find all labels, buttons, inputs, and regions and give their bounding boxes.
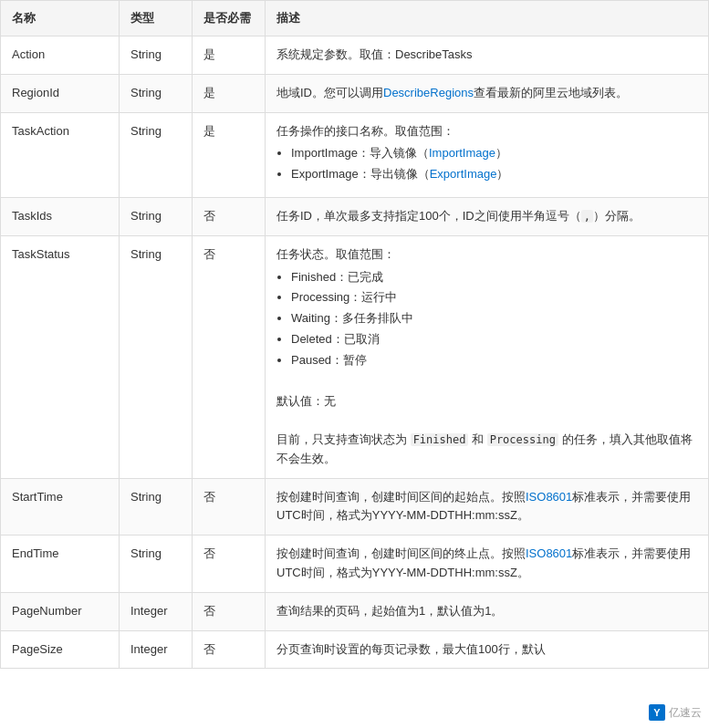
param-type: String [120,112,193,197]
param-name: Action [1,36,120,75]
table-row: RegionId String 是 地域ID。您可以调用DescribeRegi… [1,74,709,112]
param-required: 否 [193,592,266,630]
param-required: 是 [193,112,266,197]
param-desc: 系统规定参数。取值：DescribeTasks [266,36,709,75]
iso8601-endtime-link[interactable]: ISO8601 [526,546,572,560]
param-type: Integer [120,592,193,630]
param-required: 否 [193,536,266,593]
param-name: TaskStatus [1,235,120,478]
param-required: 否 [193,197,266,235]
param-desc: 按创建时间查询，创建时间区间的终止点。按照ISO8601标准表示，并需要使用UT… [266,536,709,593]
param-required: 否 [193,235,266,478]
param-name: PageNumber [1,592,120,630]
param-name: RegionId [1,74,120,112]
param-type: String [120,235,193,478]
param-desc: 分页查询时设置的每页记录数，最大值100行，默认 [266,630,709,669]
param-type: String [120,536,193,593]
header-type: 类型 [120,1,193,36]
param-desc: 任务操作的接口名称。取值范围： ImportImage：导入镜像（ImportI… [266,112,709,197]
table-row: EndTime String 否 按创建时间查询，创建时间区间的终止点。按照IS… [1,536,709,593]
param-name: PageSize [1,630,120,669]
header-required: 是否必需 [193,1,266,36]
header-desc: 描述 [266,1,709,36]
export-image-link[interactable]: ExportImage [430,167,497,181]
table-row: PageSize Integer 否 分页查询时设置的每页记录数，最大值100行… [1,630,709,669]
params-table: 名称 类型 是否必需 描述 Action String 是 系统规定参数。取值：… [0,0,709,669]
param-desc: 按创建时间查询，创建时间区间的起始点。按照ISO8601标准表示，并需要使用UT… [266,478,709,536]
import-image-link[interactable]: ImportImage [429,146,495,160]
param-name: TaskAction [1,112,120,197]
param-required: 是 [193,74,266,112]
param-type: String [120,74,193,112]
param-required: 是 [193,36,266,75]
param-required: 否 [193,478,266,536]
param-desc: 任务状态。取值范围： Finished：已完成 Processing：运行中 W… [266,235,709,478]
table-row: PageNumber Integer 否 查询结果的页码，起始值为1，默认值为1… [1,592,709,630]
param-type: String [120,197,193,235]
table-row: Action String 是 系统规定参数。取值：DescribeTasks [1,36,709,75]
param-name: StartTime [1,478,120,536]
param-required: 否 [193,630,266,669]
table-row: TaskAction String 是 任务操作的接口名称。取值范围： Impo… [1,112,709,197]
describe-regions-link[interactable]: DescribeRegions [383,86,474,99]
header-name: 名称 [1,1,120,36]
param-name: EndTime [1,536,120,593]
param-desc: 地域ID。您可以调用DescribeRegions查看最新的阿里云地域列表。 [266,74,709,112]
table-row: StartTime String 否 按创建时间查询，创建时间区间的起始点。按照… [1,478,709,536]
iso8601-starttime-link[interactable]: ISO8601 [526,490,572,504]
table-row: TaskStatus String 否 任务状态。取值范围： Finished：… [1,235,709,478]
param-type: String [120,478,193,536]
param-desc: 查询结果的页码，起始值为1，默认值为1。 [266,592,709,630]
param-desc: 任务ID，单次最多支持指定100个，ID之间使用半角逗号（,）分隔。 [266,197,709,235]
param-type: Integer [120,630,193,669]
table-row: TaskIds String 否 任务ID，单次最多支持指定100个，ID之间使… [1,197,709,235]
param-name: TaskIds [1,197,120,235]
param-type: String [120,36,193,75]
